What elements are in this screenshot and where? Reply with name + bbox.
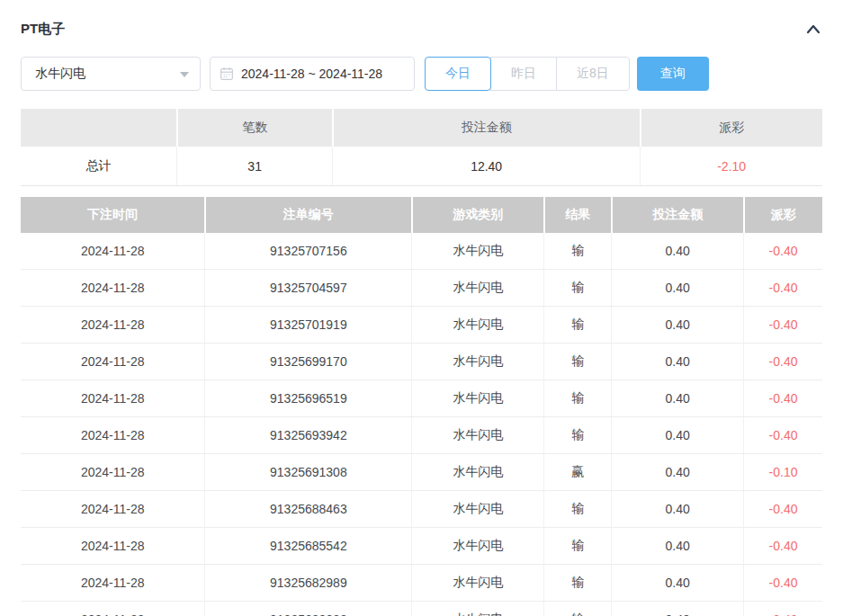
cell-game-type: 水牛闪电	[412, 344, 544, 380]
cell-result: 输	[544, 528, 612, 565]
detail-table-body: 2024-11-2891325707156水牛闪电输0.40-0.402024-…	[21, 233, 822, 616]
cell-bet-amount: 0.40	[612, 528, 744, 565]
cell-game-type: 水牛闪电	[412, 565, 544, 602]
top-bar: PT电子	[21, 20, 822, 38]
cell-order-no: 91325682989	[205, 565, 412, 602]
cell-bet-time: 2024-11-28	[21, 602, 205, 616]
cell-bet-amount: 0.40	[612, 270, 744, 307]
cell-payout: -0.40	[744, 528, 822, 565]
cell-bet-time: 2024-11-28	[21, 233, 205, 270]
detail-header-order-no: 注单编号	[205, 197, 412, 233]
cell-payout: -0.40	[744, 417, 822, 454]
detail-header-payout: 派彩	[744, 197, 822, 233]
cell-game-type: 水牛闪电	[412, 528, 544, 565]
quick-date-button-group: 今日 昨日 近8日	[425, 57, 630, 91]
cell-game-type: 水牛闪电	[412, 380, 544, 417]
page-container: PT电子 水牛闪电	[0, 20, 843, 616]
cell-order-no: 91325693942	[205, 417, 412, 454]
cell-result: 赢	[544, 454, 612, 491]
summary-total-row: 总计 31 12.40 -2.10	[21, 147, 822, 186]
table-row: 2024-11-2891325701919水牛闪电输0.40-0.40	[21, 307, 822, 344]
summary-table: 笔数 投注金额 派彩 总计 31 12.40 -2.10	[21, 109, 822, 186]
cell-bet-amount: 0.40	[612, 454, 744, 491]
summary-header-blank	[21, 109, 177, 147]
cell-result: 输	[544, 565, 612, 602]
table-row: 2024-11-2891325696519水牛闪电输0.40-0.40	[21, 380, 822, 417]
cell-result: 输	[544, 344, 612, 380]
cell-game-type: 水牛闪电	[412, 307, 544, 344]
cell-game-type: 水牛闪电	[412, 491, 544, 528]
game-select-value: 水牛闪电	[35, 66, 85, 82]
summary-total-bet-amount: 12.40	[333, 147, 641, 186]
filter-controls: 水牛闪电 2024-11-28 ~ 2024-11-28	[21, 57, 822, 91]
cell-order-no: 91325704597	[205, 270, 412, 307]
cell-result: 输	[544, 233, 612, 270]
date-range-input[interactable]: 2024-11-28 ~ 2024-11-28	[210, 57, 415, 91]
summary-header-count: 笔数	[177, 109, 333, 147]
cell-order-no: 91325691308	[205, 454, 412, 491]
query-button[interactable]: 查询	[637, 57, 709, 91]
detail-header-bet-amount: 投注金额	[612, 197, 744, 233]
last-8-days-button[interactable]: 近8日	[556, 57, 630, 91]
table-row: 2024-11-2891325691308水牛闪电赢0.40-0.10	[21, 454, 822, 491]
caret-down-icon	[180, 72, 189, 77]
cell-bet-time: 2024-11-28	[21, 344, 205, 380]
table-row: 2024-11-2891325699170水牛闪电输0.40-0.40	[21, 344, 822, 380]
cell-bet-time: 2024-11-28	[21, 307, 205, 344]
cell-order-no: 91325699170	[205, 344, 412, 380]
cell-game-type: 水牛闪电	[412, 270, 544, 307]
cell-result: 输	[544, 270, 612, 307]
table-row: 2024-11-2891325688463水牛闪电输0.40-0.40	[21, 491, 822, 528]
cell-bet-amount: 0.40	[612, 491, 744, 528]
detail-header-bet-time: 下注时间	[21, 197, 205, 233]
cell-payout: -0.40	[744, 565, 822, 602]
summary-header-row: 笔数 投注金额 派彩	[21, 109, 822, 147]
cell-result: 输	[544, 491, 612, 528]
cell-game-type: 水牛闪电	[412, 602, 544, 616]
summary-total-payout: -2.10	[641, 147, 822, 186]
cell-payout: -0.40	[744, 380, 822, 417]
table-row: 2024-11-2891325685542水牛闪电输0.40-0.40	[21, 528, 822, 565]
summary-header-payout: 派彩	[641, 109, 822, 147]
cell-payout: -0.40	[744, 270, 822, 307]
detail-header-row: 下注时间 注单编号 游戏类别 结果 投注金额 派彩	[21, 197, 822, 233]
cell-result: 输	[544, 417, 612, 454]
table-row: 2024-11-2891325704597水牛闪电输0.40-0.40	[21, 270, 822, 307]
cell-order-no: 91325680222	[205, 602, 412, 616]
cell-bet-amount: 0.40	[612, 344, 744, 380]
summary-header-bet-amount: 投注金额	[333, 109, 641, 147]
table-row: 2024-11-2891325680222水牛闪电输0.40-0.40	[21, 602, 822, 616]
cell-bet-amount: 0.40	[612, 233, 744, 270]
cell-payout: -0.10	[744, 454, 822, 491]
cell-bet-amount: 0.40	[612, 380, 744, 417]
table-row: 2024-11-2891325693942水牛闪电输0.40-0.40	[21, 417, 822, 454]
cell-bet-amount: 0.40	[612, 307, 744, 344]
detail-header-result: 结果	[544, 197, 612, 233]
collapse-panel-button[interactable]	[804, 20, 822, 38]
cell-bet-time: 2024-11-28	[21, 454, 205, 491]
cell-payout: -0.40	[744, 602, 822, 616]
cell-bet-time: 2024-11-28	[21, 270, 205, 307]
yesterday-button[interactable]: 昨日	[490, 57, 557, 91]
cell-order-no: 91325688463	[205, 491, 412, 528]
calendar-icon	[220, 67, 234, 81]
cell-bet-time: 2024-11-28	[21, 528, 205, 565]
cell-bet-amount: 0.40	[612, 565, 744, 602]
cell-result: 输	[544, 380, 612, 417]
game-select[interactable]: 水牛闪电	[21, 57, 201, 91]
cell-bet-time: 2024-11-28	[21, 380, 205, 417]
cell-order-no: 91325685542	[205, 528, 412, 565]
cell-result: 输	[544, 602, 612, 616]
cell-payout: -0.40	[744, 344, 822, 380]
cell-payout: -0.40	[744, 307, 822, 344]
table-row: 2024-11-2891325682989水牛闪电输0.40-0.40	[21, 565, 822, 602]
cell-bet-time: 2024-11-28	[21, 565, 205, 602]
cell-payout: -0.40	[744, 491, 822, 528]
cell-bet-amount: 0.40	[612, 417, 744, 454]
cell-game-type: 水牛闪电	[412, 454, 544, 491]
today-button[interactable]: 今日	[425, 57, 491, 91]
cell-bet-amount: 0.40	[612, 602, 744, 616]
page-title: PT电子	[21, 21, 65, 38]
bet-records-table: 下注时间 注单编号 游戏类别 结果 投注金额 派彩 2024-11-289132…	[21, 197, 822, 616]
cell-game-type: 水牛闪电	[412, 233, 544, 270]
